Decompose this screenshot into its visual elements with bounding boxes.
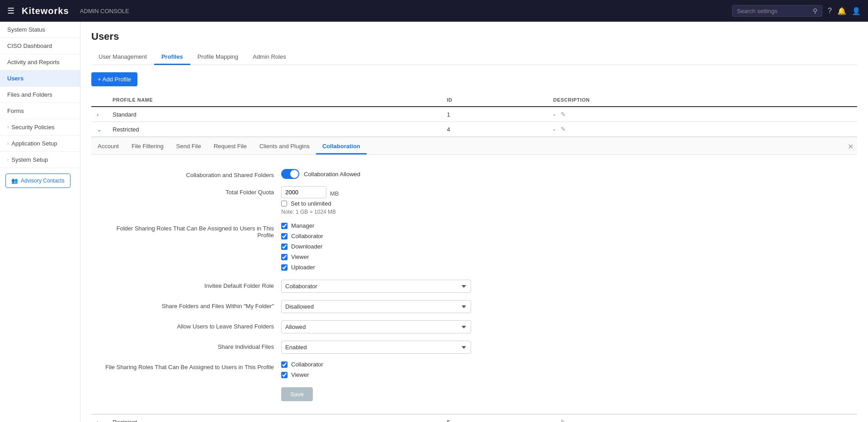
share-my-folder-row: Share Folders and Files Within "My Folde… <box>102 300 846 313</box>
expand-restricted[interactable]: ⌄ <box>91 122 107 137</box>
hamburger-menu[interactable]: ☰ <box>7 6 14 16</box>
invitee-default-select[interactable]: Collaborator Manager Downloader Viewer U… <box>281 280 471 293</box>
profile-desc-restricted: - ✎ <box>548 122 857 137</box>
sidebar-label-forms: Forms <box>7 108 24 114</box>
advisory-label: Advisory Contacts <box>21 178 65 184</box>
collaborator-checkbox[interactable] <box>281 233 288 239</box>
advisory-contacts-button[interactable]: 👥 Advisory Contacts <box>5 173 71 188</box>
user-avatar-icon[interactable]: 👤 <box>852 7 861 15</box>
edit-recipient-icon[interactable]: ✎ <box>561 418 566 422</box>
profile-name-recipient: Recipient <box>107 415 441 422</box>
search-icon: ⚲ <box>813 7 817 14</box>
notification-icon[interactable]: 🔔 <box>837 7 846 15</box>
top-tabs: User Management Profiles Profile Mapping… <box>91 50 857 65</box>
sidebar-item-ciso-dashboard[interactable]: CISO Dashboard <box>0 38 80 54</box>
file-sharing-roles-row: File Sharing Roles That Can Be Assigned … <box>102 361 846 380</box>
chevron-icon: › <box>7 157 9 162</box>
total-folder-quota-label: Total Folder Quota <box>102 186 274 196</box>
sidebar-item-system-status[interactable]: System Status <box>0 22 80 38</box>
table-row: › Standard 1 - ✎ <box>91 107 857 122</box>
app-logo: Kiteworks <box>22 6 69 16</box>
manager-checkbox[interactable] <box>281 223 288 229</box>
table-row: › Recipient 5 - ✎ <box>91 415 857 422</box>
file-viewer-label: Viewer <box>291 371 309 378</box>
total-folder-quota-row: Total Folder Quota MB Set to unlimited <box>102 186 846 215</box>
share-my-folder-label: Share Folders and Files Within "My Folde… <box>102 300 274 309</box>
topnav-right-area: ⚲ ? 🔔 👤 <box>732 5 861 17</box>
share-my-folder-select-area: Disallowed Allowed <box>281 300 471 313</box>
sidebar-item-activity-reports[interactable]: Activity and Reports <box>0 54 80 70</box>
leave-shared-select-area: Allowed Disallowed <box>281 320 471 333</box>
collaborator-label: Collaborator <box>291 233 323 239</box>
tab-profiles[interactable]: Profiles <box>154 50 190 65</box>
unlimited-row: Set to unlimited <box>281 200 339 207</box>
expanded-content: Account File Filtering Send File Request… <box>91 137 857 414</box>
inner-tab-request-file[interactable]: Request File <box>208 139 253 155</box>
add-profile-label: + Add Profile <box>98 76 131 83</box>
page-title: Users <box>91 31 857 42</box>
sidebar-label-users: Users <box>7 75 24 82</box>
expand-recipient[interactable]: › <box>91 415 107 422</box>
edit-standard-icon[interactable]: ✎ <box>561 111 566 118</box>
share-individual-select[interactable]: Enabled Disabled <box>281 341 471 354</box>
checkbox-uploader: Uploader <box>281 264 323 271</box>
leave-shared-row: Allow Users to Leave Shared Folders Allo… <box>102 320 846 333</box>
table-row: ⌄ Restricted 4 - ✎ <box>91 122 857 137</box>
sidebar-label-activity-reports: Activity and Reports <box>7 59 60 66</box>
search-input[interactable] <box>737 8 809 14</box>
help-icon[interactable]: ? <box>828 7 832 15</box>
close-expanded-button[interactable]: ✕ <box>844 141 857 153</box>
checkbox-file-collaborator: Collaborator <box>281 361 323 368</box>
sidebar-label-ciso-dashboard: CISO Dashboard <box>7 42 52 49</box>
inner-tab-send-file[interactable]: Send File <box>170 139 208 155</box>
sidebar-item-users[interactable]: Users <box>0 70 80 87</box>
quota-input[interactable] <box>281 186 326 198</box>
tab-user-management[interactable]: User Management <box>91 50 154 65</box>
file-collaborator-label: Collaborator <box>291 361 323 368</box>
uploader-checkbox[interactable] <box>281 264 288 271</box>
table-header-description: DESCRIPTION <box>548 94 857 107</box>
share-individual-row: Share Individual Files Enabled Disabled <box>102 341 846 354</box>
chevron-icon: › <box>7 125 9 130</box>
tab-admin-roles[interactable]: Admin Roles <box>245 50 293 65</box>
share-my-folder-select[interactable]: Disallowed Allowed <box>281 300 471 313</box>
viewer-checkbox[interactable] <box>281 254 288 260</box>
sidebar-item-application-setup[interactable]: › Application Setup <box>0 136 80 152</box>
collaboration-toggle[interactable] <box>281 169 299 179</box>
leave-shared-select[interactable]: Allowed Disallowed <box>281 320 471 333</box>
add-profile-button[interactable]: + Add Profile <box>91 72 137 86</box>
collab-shared-folders-label: Collaboration and Shared Folders <box>102 169 274 178</box>
profile-id-recipient: 5 <box>441 415 547 422</box>
inner-tab-file-filtering[interactable]: File Filtering <box>125 139 170 155</box>
inner-tab-account[interactable]: Account <box>91 139 125 155</box>
expand-standard[interactable]: › <box>91 107 107 122</box>
checkbox-downloader: Downloader <box>281 243 323 250</box>
share-individual-select-area: Enabled Disabled <box>281 341 471 354</box>
sidebar-item-files-folders[interactable]: Files and Folders <box>0 87 80 103</box>
quota-control-area: MB Set to unlimited Note: 1 GB = 1024 MB <box>281 186 339 215</box>
sidebar-label-system-setup: System Setup <box>11 156 48 163</box>
file-roles-checkboxes: Collaborator Viewer <box>281 361 323 380</box>
profiles-table: PROFILE NAME ID DESCRIPTION › Standard 1… <box>91 94 857 422</box>
table-header-profile-name: PROFILE NAME <box>107 94 441 107</box>
invitee-default-label: Invitee Default Folder Role <box>102 280 274 289</box>
chevron-icon: › <box>7 141 9 146</box>
checkbox-viewer: Viewer <box>281 253 323 260</box>
file-viewer-checkbox[interactable] <box>281 372 288 378</box>
top-navigation: ☰ Kiteworks ADMIN CONSOLE ⚲ ? 🔔 👤 <box>0 0 868 22</box>
downloader-checkbox[interactable] <box>281 244 288 250</box>
checkbox-manager: Manager <box>281 222 323 229</box>
sidebar-item-forms[interactable]: Forms <box>0 103 80 119</box>
edit-restricted-icon[interactable]: ✎ <box>561 126 566 133</box>
folder-sharing-roles-label: Folder Sharing Roles That Can Be Assigne… <box>102 222 274 239</box>
sidebar-item-security-policies[interactable]: › Security Policies <box>0 119 80 136</box>
save-button[interactable]: Save <box>281 387 313 401</box>
unlimited-checkbox[interactable] <box>281 201 287 206</box>
sidebar: System Status CISO Dashboard Activity an… <box>0 22 80 422</box>
table-header-expand <box>91 94 107 107</box>
sidebar-item-system-setup[interactable]: › System Setup <box>0 152 80 168</box>
tab-profile-mapping[interactable]: Profile Mapping <box>190 50 245 65</box>
inner-tab-clients-plugins[interactable]: Clients and Plugins <box>253 139 316 155</box>
inner-tab-collaboration[interactable]: Collaboration <box>316 139 367 155</box>
file-collaborator-checkbox[interactable] <box>281 361 288 368</box>
